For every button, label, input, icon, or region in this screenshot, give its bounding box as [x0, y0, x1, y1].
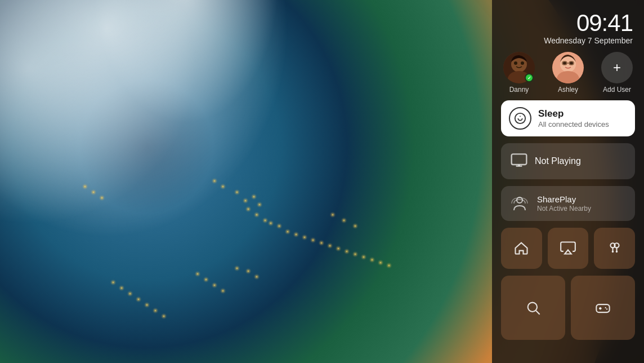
airpods-button[interactable]: [594, 228, 635, 269]
airplay-icon: [560, 240, 576, 256]
airplay-button[interactable]: [548, 228, 589, 269]
shareplay-text: SharePlay Not Active Nearby: [537, 194, 591, 213]
users-row: Danny: [501, 52, 635, 94]
svg-marker-19: [565, 250, 571, 254]
tv-icon: [510, 151, 528, 171]
add-user-button[interactable]: +: [601, 52, 633, 83]
moon-icon: [514, 112, 526, 125]
search-button[interactable]: [501, 276, 565, 340]
danny-avatar-wrap: [503, 52, 535, 83]
svg-point-4: [521, 61, 524, 65]
shareplay-subtitle: Not Active Nearby: [537, 205, 591, 213]
clock-time: 09:41: [501, 11, 633, 35]
home-icon: [513, 240, 529, 256]
shareplay-card[interactable]: SharePlay Not Active Nearby: [501, 186, 635, 221]
svg-line-27: [536, 311, 539, 314]
sleep-subtitle: All connected devices: [538, 120, 609, 129]
sleep-card[interactable]: Sleep All connected devices: [501, 100, 635, 136]
user-danny[interactable]: Danny: [503, 52, 535, 94]
clock-section: 09:41 Wednesday 7 September: [501, 11, 635, 45]
ashley-memoji: [552, 52, 584, 83]
svg-point-3: [514, 61, 517, 65]
shareplay-title: SharePlay: [537, 194, 591, 204]
sleep-title: Sleep: [538, 108, 609, 119]
sleep-text: Sleep All connected devices: [538, 108, 609, 129]
svg-rect-28: [596, 304, 609, 312]
airpods-icon: [607, 240, 623, 256]
svg-point-32: [606, 308, 607, 309]
icon-grid-bottom: [501, 276, 635, 340]
not-playing-label: Not Playing: [535, 156, 581, 166]
add-user-item[interactable]: + Add User: [601, 52, 633, 94]
svg-point-31: [605, 307, 606, 308]
home-button[interactable]: [501, 228, 542, 269]
ashley-avatar: [552, 52, 584, 83]
icon-grid-top: [501, 228, 635, 269]
danny-label: Danny: [509, 86, 529, 94]
svg-point-25: [615, 251, 618, 253]
ashley-label: Ashley: [558, 86, 578, 94]
clock-date: Wednesday 7 September: [501, 36, 633, 45]
svg-rect-15: [512, 154, 527, 165]
user-ashley[interactable]: Ashley: [552, 52, 584, 94]
not-playing-card[interactable]: Not Playing: [501, 143, 635, 179]
svg-point-26: [528, 302, 537, 311]
sleep-icon: [509, 107, 531, 130]
search-icon: [525, 300, 541, 316]
ashley-avatar-wrap: [552, 52, 584, 83]
svg-point-13: [515, 113, 525, 123]
danny-active-badge: [525, 73, 534, 82]
svg-point-22: [611, 251, 614, 253]
add-user-label: Add User: [603, 86, 631, 94]
plus-icon: +: [613, 60, 621, 76]
shareplay-icon: [509, 193, 530, 214]
gamepad-icon: [595, 300, 611, 316]
gamepad-button[interactable]: [571, 276, 635, 340]
control-panel: 09:41 Wednesday 7 September: [492, 0, 644, 363]
